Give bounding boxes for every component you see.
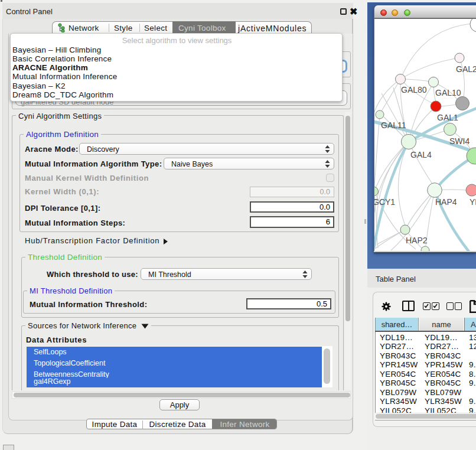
svg-text:GAL11: GAL11 (381, 120, 406, 130)
svg-text:SWI4: SWI4 (449, 136, 470, 146)
svg-text:HAP4: HAP4 (435, 197, 457, 207)
svg-text:GAL10: GAL10 (435, 88, 461, 97)
svg-text:GAL2: GAL2 (456, 64, 476, 74)
svg-text:GAL80: GAL80 (401, 85, 427, 94)
svg-text:YL: YL (470, 197, 476, 207)
svg-text:HAP2: HAP2 (406, 236, 428, 245)
svg-text:GCY1: GCY1 (374, 197, 395, 207)
svg-text:GAL4: GAL4 (410, 150, 432, 159)
svg-text:GAL1: GAL1 (437, 113, 458, 122)
